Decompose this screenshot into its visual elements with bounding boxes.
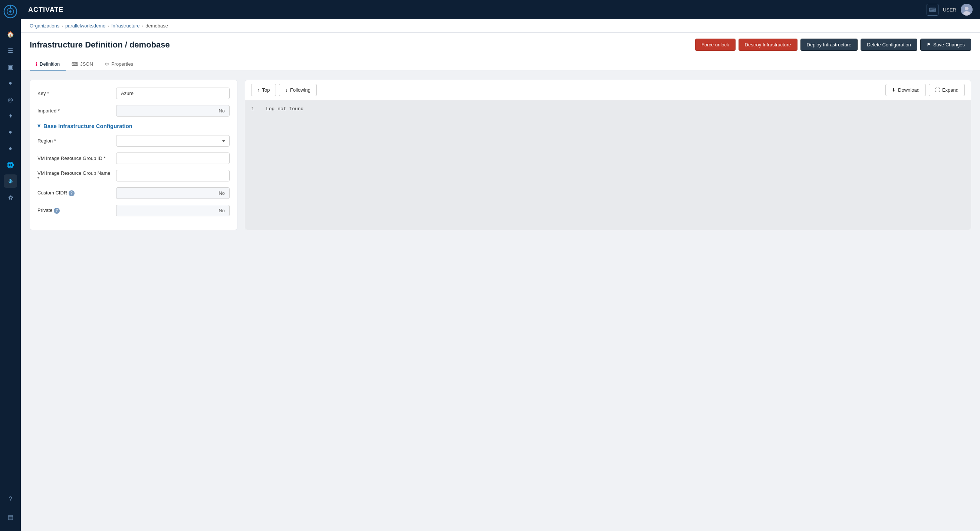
logo[interactable]: [3, 5, 18, 20]
app-wrapper: ACTIVATE ⌨ USER Organizations › parallel…: [21, 0, 980, 531]
save-changes-button[interactable]: ⚑ Save Changes: [920, 38, 971, 51]
vm-image-rg-id-input[interactable]: [116, 153, 230, 164]
svg-point-6: [963, 11, 970, 16]
json-tab-label: JSON: [80, 61, 93, 67]
vm-image-rg-name-label: VM Image Resource Group Name *: [37, 170, 111, 182]
custom-cidr-help-icon[interactable]: ?: [68, 190, 75, 196]
sidebar-icon-dot2[interactable]: ●: [4, 125, 17, 139]
tab-json[interactable]: ⌨ JSON: [66, 58, 99, 70]
terminal-icon[interactable]: ⌨: [927, 4, 939, 16]
imported-label: Imported *: [37, 108, 111, 113]
imported-input: [116, 105, 230, 116]
deploy-infrastructure-button[interactable]: Deploy Infrastructure: [800, 38, 858, 51]
custom-cidr-text: Custom CIDR: [37, 190, 67, 196]
download-button[interactable]: ⬇ Download: [885, 84, 926, 96]
region-label: Region *: [37, 138, 111, 144]
sidebar-icon-workflows[interactable]: ✿: [4, 191, 17, 204]
breadcrumb-current: demobase: [145, 23, 168, 29]
private-text: Private: [37, 207, 52, 213]
following-label: Following: [290, 87, 310, 93]
vm-image-rg-name-input[interactable]: [116, 170, 230, 182]
expand-icon: ⛶: [935, 87, 940, 93]
sidebar-icon-cluster[interactable]: ❋: [4, 174, 17, 188]
key-label: Key *: [37, 91, 111, 96]
content-body: Key * Imported * ▾ Base Infrastructure C…: [21, 71, 980, 239]
top-label: Top: [262, 87, 270, 93]
breadcrumb-org[interactable]: parallelworksdemo: [65, 23, 105, 29]
sidebar-icon-globe[interactable]: 🌐: [4, 158, 17, 171]
imported-row: Imported *: [37, 105, 230, 116]
content-area: Organizations › parallelworksdemo › Infr…: [21, 19, 980, 531]
vm-image-rg-id-label: VM Image Resource Group ID *: [37, 155, 111, 161]
breadcrumb-sep-1: ›: [62, 24, 63, 28]
header-actions: Force unlock Destroy Infrastructure Depl…: [695, 38, 971, 51]
page-title: Infrastructure Definition / demobase: [30, 40, 170, 50]
vm-image-rg-name-row: VM Image Resource Group Name *: [37, 170, 230, 182]
form-panel: Key * Imported * ▾ Base Infrastructure C…: [30, 80, 237, 230]
section-title: Base Infrastructure Configuration: [43, 123, 132, 129]
page-header: Infrastructure Definition / demobase For…: [21, 33, 980, 71]
sidebar-icon-location[interactable]: ◎: [4, 93, 17, 106]
sidebar-icon-dot3[interactable]: ●: [4, 142, 17, 155]
sidebar-icon-notebook[interactable]: ▣: [4, 60, 17, 73]
custom-cidr-row: Custom CIDR ?: [37, 187, 230, 199]
region-row: Region *: [37, 135, 230, 147]
breadcrumb-infra[interactable]: Infrastructure: [111, 23, 140, 29]
breadcrumb-organizations[interactable]: Organizations: [30, 23, 59, 29]
sidebar-icon-settings[interactable]: ✦: [4, 109, 17, 123]
download-label: Download: [898, 87, 920, 93]
log-line-number: 1: [251, 106, 259, 112]
breadcrumb-sep-2: ›: [108, 24, 109, 28]
user-label: USER: [943, 7, 956, 13]
main-content: Organizations › parallelworksdemo › Infr…: [21, 19, 980, 531]
key-input[interactable]: [116, 88, 230, 99]
following-button[interactable]: ↓ Following: [279, 84, 317, 96]
section-base-infra-header[interactable]: ▾ Base Infrastructure Configuration: [37, 123, 230, 129]
arrow-up-icon: ↑: [258, 87, 260, 93]
delete-configuration-button[interactable]: Delete Configuration: [861, 38, 917, 51]
log-toolbar-right: ⬇ Download ⛶ Expand: [885, 84, 965, 96]
log-panel: ↑ Top ↓ Following ⬇ Download: [245, 80, 971, 230]
expand-button[interactable]: ⛶ Expand: [929, 84, 965, 96]
custom-cidr-input: [116, 187, 230, 199]
custom-cidr-label: Custom CIDR ?: [37, 190, 111, 196]
topnav: ACTIVATE ⌨ USER: [21, 0, 980, 19]
log-line-text: Log not found: [266, 106, 304, 112]
svg-point-2: [9, 10, 11, 13]
arrow-down-icon: ↓: [285, 87, 288, 93]
log-toolbar: ↑ Top ↓ Following ⬇ Download: [245, 80, 971, 100]
page-header-top: Infrastructure Definition / demobase For…: [30, 38, 971, 57]
flag-icon: ⚑: [927, 42, 931, 48]
avatar[interactable]: [961, 4, 972, 16]
sidebar-icon-panel[interactable]: ▤: [4, 510, 17, 524]
tab-properties[interactable]: ⚙ Properties: [99, 58, 139, 70]
log-content: 1 Log not found: [245, 100, 971, 230]
definition-tab-icon: ℹ: [36, 62, 37, 67]
download-icon: ⬇: [892, 87, 896, 93]
breadcrumb-sep-3: ›: [142, 24, 143, 28]
private-row: Private ?: [37, 205, 230, 216]
private-input: [116, 205, 230, 216]
properties-tab-label: Properties: [111, 61, 133, 67]
private-help-icon[interactable]: ?: [54, 208, 60, 214]
top-button[interactable]: ↑ Top: [251, 84, 276, 96]
sidebar-icon-dot1[interactable]: ●: [4, 77, 17, 90]
region-select[interactable]: [116, 135, 230, 147]
topnav-right: ⌨ USER: [927, 4, 972, 16]
sidebar-icon-home[interactable]: 🏠: [4, 27, 17, 41]
collapse-icon: ▾: [37, 123, 40, 129]
sidebar-icon-help[interactable]: ?: [4, 493, 17, 506]
force-unlock-button[interactable]: Force unlock: [695, 38, 735, 51]
sidebar: 🏠 ☰ ▣ ● ◎ ✦ ● ● 🌐 ❋ ✿ ? ▤: [0, 0, 21, 531]
destroy-infrastructure-button[interactable]: Destroy Infrastructure: [738, 38, 797, 51]
sidebar-icon-inbox[interactable]: ☰: [4, 44, 17, 57]
private-label: Private ?: [37, 207, 111, 214]
app-name-label: ACTIVATE: [28, 6, 64, 14]
tab-definition[interactable]: ℹ Definition: [30, 58, 66, 70]
svg-point-5: [965, 7, 969, 10]
definition-tab-label: Definition: [40, 61, 60, 67]
properties-tab-icon: ⚙: [105, 62, 109, 67]
breadcrumb: Organizations › parallelworksdemo › Infr…: [21, 19, 980, 33]
expand-label: Expand: [942, 87, 958, 93]
tabs: ℹ Definition ⌨ JSON ⚙ Properties: [30, 57, 971, 70]
